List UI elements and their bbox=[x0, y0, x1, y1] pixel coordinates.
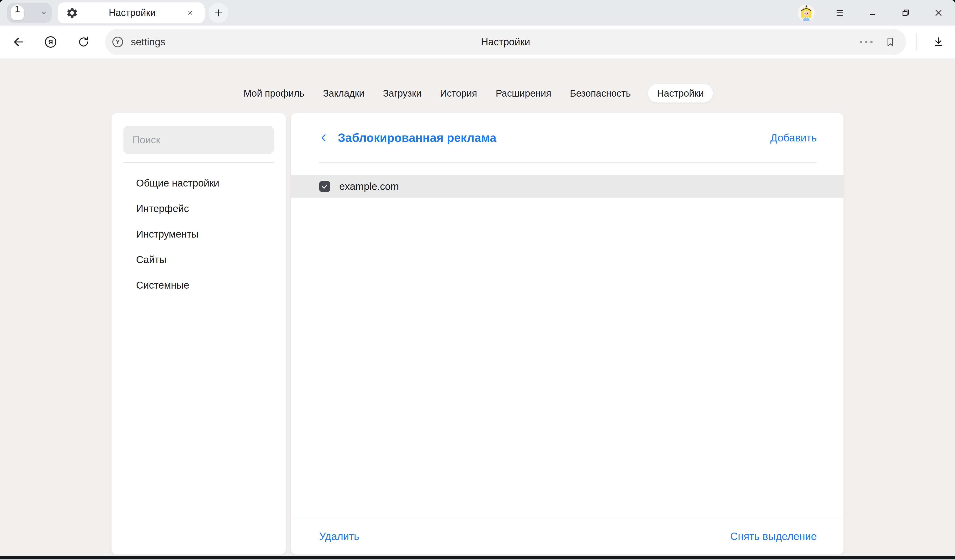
bookmark-icon bbox=[884, 36, 897, 48]
address-more-button[interactable] bbox=[858, 39, 875, 45]
chevron-left-icon bbox=[319, 133, 329, 143]
back-arrow-icon bbox=[11, 35, 25, 48]
search-engine-badge-icon: Y bbox=[111, 35, 125, 49]
bookmark-button[interactable] bbox=[884, 36, 897, 48]
row-checkbox[interactable] bbox=[319, 181, 330, 192]
sidebar-item-sites[interactable]: Сайты bbox=[124, 247, 274, 272]
downloads-button[interactable] bbox=[930, 33, 946, 51]
sidebar-item-general[interactable]: Общие настройки bbox=[124, 170, 274, 196]
refresh-button[interactable] bbox=[76, 33, 91, 51]
browser-toolbar: Я Y settings Настройки bbox=[0, 25, 955, 58]
tab-close-button[interactable] bbox=[186, 9, 194, 17]
sidebar-item-system[interactable]: Системные bbox=[124, 272, 274, 298]
close-window-button[interactable] bbox=[922, 0, 955, 25]
tab-downloads[interactable]: Загрузки bbox=[382, 84, 423, 103]
tab-group-control[interactable]: 1 bbox=[7, 3, 52, 23]
panel-footer: Удалить Снять выделение bbox=[291, 518, 844, 555]
settings-sidebar: Общие настройки Интерфейс Инструменты Са… bbox=[111, 113, 286, 555]
gear-icon bbox=[66, 7, 78, 19]
hamburger-menu-icon bbox=[834, 8, 845, 18]
sidebar-item-interface[interactable]: Интерфейс bbox=[124, 196, 274, 222]
tab-history[interactable]: История bbox=[438, 84, 479, 103]
download-icon bbox=[932, 35, 945, 48]
tab-title: Настройки bbox=[78, 8, 186, 18]
overflow-dots-icon bbox=[858, 39, 875, 45]
settings-nav-tabs: Мой профиль Закладки Загрузки История Ра… bbox=[0, 84, 955, 103]
chevron-down-icon bbox=[40, 9, 48, 17]
list-item[interactable]: example.com bbox=[291, 175, 844, 198]
blocked-ads-list: example.com bbox=[291, 163, 844, 518]
tab-bar: 1 Настройки bbox=[0, 0, 955, 25]
add-button[interactable]: Добавить bbox=[770, 132, 817, 144]
svg-text:Y: Y bbox=[116, 39, 120, 45]
address-query-text[interactable]: settings bbox=[131, 36, 166, 48]
browser-window: 1 Настройки bbox=[0, 0, 955, 556]
tab-my-profile[interactable]: Мой профиль bbox=[242, 84, 306, 103]
yandex-logo-icon: Я bbox=[43, 34, 58, 49]
address-page-title: Настройки bbox=[481, 36, 530, 48]
yandex-home-button[interactable]: Я bbox=[43, 33, 58, 51]
minimize-button[interactable] bbox=[856, 0, 889, 25]
restore-button[interactable] bbox=[889, 0, 922, 25]
blocked-domain: example.com bbox=[339, 181, 399, 192]
sidebar-search-input[interactable] bbox=[124, 126, 274, 154]
sidebar-item-tools[interactable]: Инструменты bbox=[124, 222, 274, 247]
panel-title: Заблокированная реклама bbox=[338, 131, 496, 145]
toolbar-divider bbox=[916, 34, 917, 50]
settings-page: Мой профиль Закладки Загрузки История Ра… bbox=[0, 58, 955, 556]
panel-back-button[interactable] bbox=[319, 133, 329, 143]
restore-window-icon bbox=[900, 8, 911, 18]
delete-button[interactable]: Удалить bbox=[319, 530, 359, 542]
tab-list-button[interactable] bbox=[40, 3, 48, 23]
refresh-icon bbox=[77, 35, 91, 49]
checkmark-icon bbox=[321, 183, 329, 190]
new-tab-button[interactable] bbox=[208, 3, 229, 23]
minimize-icon bbox=[867, 8, 878, 18]
tab-security[interactable]: Безопасность bbox=[568, 84, 632, 103]
sidebar-divider bbox=[124, 162, 274, 163]
plus-icon bbox=[213, 8, 224, 18]
close-icon bbox=[186, 9, 194, 17]
address-bar[interactable]: Y settings Настройки bbox=[105, 29, 906, 55]
tab-bookmarks[interactable]: Закладки bbox=[322, 84, 366, 103]
close-icon bbox=[933, 8, 944, 18]
avatar-girl-illustration bbox=[798, 5, 815, 21]
blocked-ads-panel: Заблокированная реклама Добавить example… bbox=[291, 113, 844, 555]
sidebar-items: Общие настройки Интерфейс Инструменты Са… bbox=[124, 170, 274, 298]
tab-settings[interactable]: Настройки bbox=[648, 84, 713, 103]
browser-tab-settings[interactable]: Настройки bbox=[58, 2, 205, 23]
back-button[interactable] bbox=[10, 33, 26, 51]
tab-counter: 1 bbox=[7, 4, 28, 14]
tab-extensions[interactable]: Расширения bbox=[494, 84, 553, 103]
svg-text:Я: Я bbox=[48, 38, 53, 46]
panel-header: Заблокированная реклама Добавить bbox=[291, 113, 844, 162]
deselect-button[interactable]: Снять выделение bbox=[730, 530, 817, 542]
window-bottom-edge bbox=[0, 559, 955, 560]
browser-menu-button[interactable] bbox=[823, 0, 856, 25]
profile-avatar[interactable] bbox=[798, 5, 815, 21]
tab-counter-badge[interactable]: 1 bbox=[7, 2, 28, 23]
